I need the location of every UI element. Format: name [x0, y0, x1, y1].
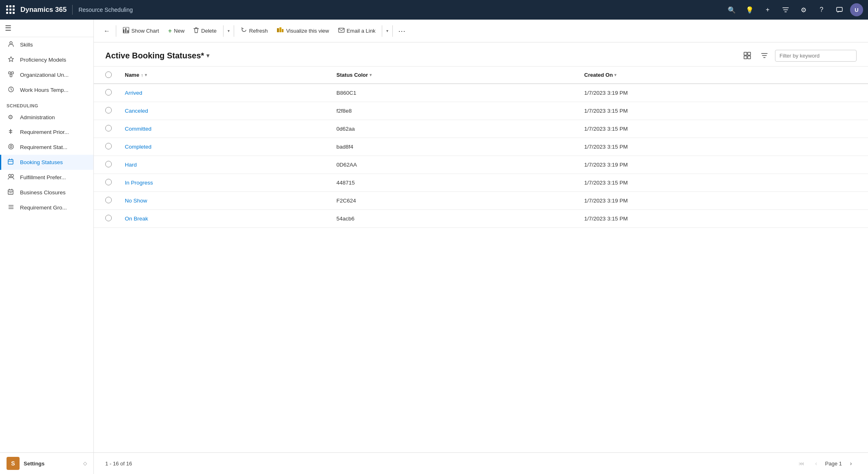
booking-status-link[interactable]: Canceled	[125, 108, 148, 114]
search-button[interactable]: 🔍	[724, 2, 739, 17]
feedback-button[interactable]	[832, 2, 847, 17]
row-select-checkbox[interactable]	[105, 161, 112, 167]
sidebar-menu-icon[interactable]: ☰	[5, 24, 11, 33]
sidebar-footer[interactable]: S Settings ◇	[0, 452, 93, 474]
row-name-cell[interactable]: On Break	[118, 210, 330, 228]
first-page-button[interactable]: ⏮	[796, 458, 807, 469]
row-status-color-cell: 54acb6	[330, 210, 578, 228]
booking-status-link[interactable]: Arrived	[125, 90, 142, 96]
row-name-cell[interactable]: Hard	[118, 156, 330, 174]
row-checkbox-cell[interactable]	[94, 120, 118, 138]
email-dropdown-arrow[interactable]: ▾	[385, 27, 390, 35]
booking-status-link[interactable]: Completed	[125, 144, 151, 150]
delete-label: Delete	[201, 28, 217, 34]
advanced-filter-button[interactable]	[758, 49, 771, 62]
row-checkbox-cell[interactable]	[94, 138, 118, 156]
view-title-chevron-icon[interactable]: ▾	[206, 52, 209, 59]
select-all-header[interactable]	[94, 67, 118, 84]
row-select-checkbox[interactable]	[105, 125, 112, 131]
row-select-checkbox[interactable]	[105, 107, 112, 113]
row-select-checkbox[interactable]	[105, 179, 112, 185]
sidebar-item-skills[interactable]: Skills	[0, 37, 93, 52]
delete-button[interactable]: Delete	[189, 25, 221, 37]
sidebar-item-booking-statuses[interactable]: Booking Statuses	[0, 155, 93, 170]
row-name-cell[interactable]: No Show	[118, 192, 330, 210]
settings-label: Settings	[24, 461, 44, 467]
col-header-status-color[interactable]: Status Color ▾	[330, 67, 578, 84]
row-name-cell[interactable]: Committed	[118, 120, 330, 138]
user-avatar[interactable]: U	[850, 3, 863, 16]
row-name-cell[interactable]: Arrived	[118, 84, 330, 102]
row-select-checkbox[interactable]	[105, 197, 112, 203]
lightbulb-button[interactable]: 💡	[742, 2, 757, 17]
more-options-button[interactable]: ⋯	[395, 24, 408, 38]
new-button[interactable]: + New	[164, 25, 188, 37]
table-row: In Progress 448715 1/7/2023 3:15 PM	[94, 174, 868, 192]
next-page-button[interactable]: ›	[845, 458, 857, 469]
row-checkbox-cell[interactable]	[94, 192, 118, 210]
row-name-cell[interactable]: In Progress	[118, 174, 330, 192]
prev-page-button[interactable]: ‹	[810, 458, 822, 469]
sidebar-item-organizational-units[interactable]: Organizational Un...	[0, 67, 93, 82]
select-all-checkbox[interactable]	[105, 71, 112, 78]
booking-status-link[interactable]: Committed	[125, 126, 151, 132]
req-groups-icon	[8, 204, 16, 211]
booking-status-link[interactable]: In Progress	[125, 180, 153, 186]
sidebar-item-requirement-statuses[interactable]: Requirement Stat...	[0, 140, 93, 155]
app-grid-button[interactable]	[5, 4, 16, 16]
help-button[interactable]: ?	[814, 2, 829, 17]
name-sort-icon: ↑	[141, 73, 143, 78]
status-color-col-arrow[interactable]: ▾	[370, 73, 372, 77]
booking-status-link[interactable]: Hard	[125, 162, 137, 168]
row-select-checkbox[interactable]	[105, 89, 112, 96]
row-name-cell[interactable]: Completed	[118, 138, 330, 156]
toolbar-separator-5	[392, 25, 393, 37]
back-button[interactable]: ←	[100, 24, 113, 38]
email-link-button[interactable]: Email a Link	[334, 25, 380, 36]
row-checkbox-cell[interactable]	[94, 84, 118, 102]
row-name-cell[interactable]: Canceled	[118, 102, 330, 120]
content-area: Active Booking Statuses* ▾	[94, 42, 868, 474]
table-footer: 1 - 16 of 16 ⏮ ‹ Page 1 ›	[94, 452, 868, 474]
settings-button[interactable]: ⚙	[796, 2, 811, 17]
grid-view-button[interactable]	[741, 49, 754, 62]
row-checkbox-cell[interactable]	[94, 102, 118, 120]
col-header-created-on[interactable]: Created On ▾	[578, 67, 868, 84]
sidebar-item-proficiency-models[interactable]: Proficiency Models	[0, 52, 93, 67]
filter-button[interactable]	[778, 2, 793, 17]
add-button[interactable]: +	[760, 2, 775, 17]
visualize-button[interactable]: Visualize this view	[272, 25, 333, 37]
sidebar-item-work-hours[interactable]: Work Hours Temp...	[0, 82, 93, 98]
name-col-arrow[interactable]: ▾	[145, 73, 147, 77]
svg-point-13	[9, 174, 11, 177]
sidebar-item-fulfillment-preferences[interactable]: Fulfillment Prefer...	[0, 170, 93, 185]
sidebar-item-requirement-groups[interactable]: Requirement Gro...	[0, 200, 93, 215]
svg-rect-27	[339, 28, 344, 32]
col-header-name[interactable]: Name ↑ ▾	[118, 67, 330, 84]
sidebar-label-work-hours: Work Hours Temp...	[20, 87, 69, 93]
visualize-label: Visualize this view	[286, 28, 329, 34]
svg-rect-22	[127, 30, 128, 33]
work-hours-icon	[8, 86, 16, 94]
sidebar-item-requirement-priorities[interactable]: Requirement Prior...	[0, 125, 93, 140]
page-title: Active Booking Statuses*	[105, 51, 204, 60]
row-select-checkbox[interactable]	[105, 143, 112, 149]
row-checkbox-cell[interactable]	[94, 156, 118, 174]
table-row: No Show F2C624 1/7/2023 3:19 PM	[94, 192, 868, 210]
settings-chevron-icon: ◇	[83, 461, 87, 466]
table-row: Committed 0d62aa 1/7/2023 3:15 PM	[94, 120, 868, 138]
booking-status-link[interactable]: On Break	[125, 216, 148, 222]
sidebar-item-business-closures[interactable]: Business Closures	[0, 185, 93, 200]
show-chart-button[interactable]: Show Chart	[119, 25, 163, 37]
booking-status-link[interactable]: No Show	[125, 198, 147, 204]
delete-dropdown-arrow[interactable]: ▾	[226, 27, 231, 35]
created-on-col-arrow[interactable]: ▾	[614, 73, 616, 77]
refresh-button[interactable]: Refresh	[237, 25, 272, 37]
sidebar-item-administration[interactable]: ⚙ Administration	[0, 110, 93, 125]
row-checkbox-cell[interactable]	[94, 174, 118, 192]
svg-point-14	[11, 174, 13, 177]
filter-keyword-input[interactable]	[775, 50, 857, 62]
row-created-on-cell: 1/7/2023 3:15 PM	[578, 120, 868, 138]
row-checkbox-cell[interactable]	[94, 210, 118, 228]
row-select-checkbox[interactable]	[105, 215, 112, 221]
